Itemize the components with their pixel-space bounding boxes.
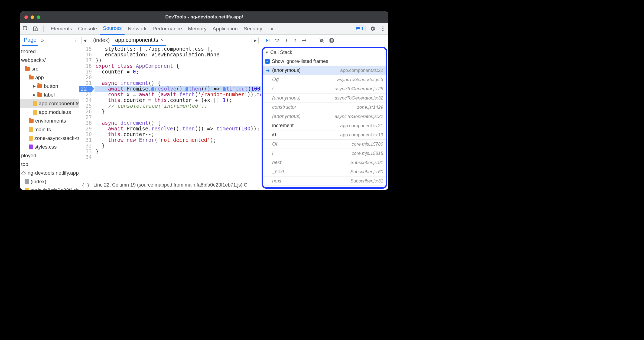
panel-tab-security[interactable]: Security <box>241 23 265 35</box>
step-over-icon[interactable] <box>274 38 280 43</box>
tree-item[interactable]: (index) <box>20 177 79 186</box>
frame-location: zone.js:1429 <box>357 105 383 110</box>
step-icon[interactable] <box>302 38 308 43</box>
disclosure-triangle-icon: ▶ <box>33 82 36 90</box>
svg-point-7 <box>76 40 76 41</box>
panel-tab-console[interactable]: Console <box>75 23 100 35</box>
tree-item[interactable]: main.ts <box>20 125 79 134</box>
tree-item[interactable]: thored <box>20 47 79 56</box>
navigator-kebab-icon[interactable] <box>75 38 77 43</box>
tree-item[interactable]: zone-async-stack-tag <box>20 134 79 143</box>
close-tab-icon[interactable]: × <box>160 37 163 43</box>
file-icon <box>33 101 37 106</box>
tree-item[interactable]: src <box>20 65 79 73</box>
svg-rect-15 <box>332 39 333 41</box>
tree-item[interactable]: top <box>20 160 79 169</box>
tree-item[interactable]: app <box>20 73 79 82</box>
editor-tab[interactable]: (index) <box>90 35 112 46</box>
frame-name: (anonymous) <box>272 68 337 73</box>
tree-item[interactable]: app.module.ts <box>20 108 79 117</box>
frame-name: next <box>272 160 348 165</box>
tree-item[interactable]: environments <box>20 117 79 125</box>
tree-item[interactable]: webpack:// <box>20 56 79 65</box>
deactivate-breakpoints-icon[interactable] <box>319 38 325 43</box>
step-out-icon[interactable] <box>293 38 297 43</box>
file-icon <box>29 127 33 132</box>
frame-name: (anonymous) <box>272 95 332 101</box>
navigator-tab-page[interactable]: Page <box>22 35 38 46</box>
tree-item-label: app.module.ts <box>39 108 71 116</box>
stack-frame[interactable]: incrementapp.component.ts:21 <box>263 121 386 130</box>
stack-frame[interactable]: constructorzone.js:1429 <box>263 103 386 112</box>
tree-item-label: zone-async-stack-tag <box>34 134 79 142</box>
panels-toolbar: ElementsConsoleSourcesNetworkPerformance… <box>20 23 388 35</box>
frame-location: Subscriber.js:31 <box>350 178 383 184</box>
pause-exceptions-icon[interactable] <box>329 38 334 43</box>
line-gutter[interactable]: 1516171819202122232425262728293031323334 <box>79 46 95 180</box>
device-toolbar-icon[interactable] <box>32 25 39 32</box>
tree-item[interactable]: main.fa8bfa0e23f1eb <box>20 186 79 190</box>
settings-gear-icon[interactable] <box>369 25 376 32</box>
frame-location: app.component.ts:22 <box>340 68 383 73</box>
disclosure-triangle-icon: ▼ <box>265 50 269 54</box>
tree-item[interactable]: ng-devtools.netlify.app <box>20 169 79 177</box>
panel-tab-sources[interactable]: Sources <box>100 23 125 35</box>
stack-frame[interactable]: nextSubscriber.js:91 <box>263 158 386 167</box>
stack-frame[interactable]: icore.mjs:15815 <box>263 149 386 158</box>
frame-name: next <box>272 178 348 184</box>
tree-item[interactable]: ▶label <box>20 91 79 99</box>
issues-badge[interactable]: 1 <box>354 25 366 32</box>
more-panels-icon[interactable]: » <box>269 25 275 32</box>
window-title: DevTools - ng-devtools.netlify.app/ <box>20 14 388 20</box>
stack-frame[interactable]: ➔(anonymous)app.component.ts:22 <box>263 66 386 75</box>
frame-name: (anonymous) <box>272 114 332 119</box>
panel-tab-elements[interactable]: Elements <box>48 23 75 35</box>
navigator-more-tabs-icon[interactable]: » <box>41 37 44 43</box>
folder-icon <box>37 93 42 97</box>
file-icon <box>25 179 29 184</box>
tree-item[interactable]: ployed <box>20 151 79 160</box>
tree-item-label: ng-devtools.netlify.app <box>28 169 79 177</box>
call-stack-frames: ➔(anonymous)app.component.ts:22QgasyncTo… <box>263 66 386 187</box>
step-into-icon[interactable] <box>284 38 289 43</box>
stack-frame[interactable]: nextSubscriber.js:31 <box>263 177 386 186</box>
frame-name: increment <box>272 123 337 129</box>
resume-script-icon[interactable] <box>265 38 270 43</box>
code-lines[interactable]: styleUrls: [ ./app.component.css ], enca… <box>95 46 261 180</box>
call-stack-header[interactable]: ▼ Call Stack <box>263 48 386 57</box>
svg-point-13 <box>302 40 303 41</box>
tree-item-label: app.component.ts <box>39 100 79 108</box>
stack-frame[interactable]: _nextSubscriber.js:60 <box>263 167 386 177</box>
file-tree[interactable]: thoredwebpack://srcapp▶button▶labelapp.c… <box>20 46 79 190</box>
panel-tab-network[interactable]: Network <box>125 23 149 35</box>
source-map-link[interactable]: main.fa8bfa0e23f1eb71.js <box>185 182 241 188</box>
stack-frame[interactable]: (anonymous)asyncToGenerator.js:21 <box>263 112 386 121</box>
history-back-button[interactable]: ◀ <box>81 37 88 44</box>
stack-frame[interactable]: Ofcore.mjs:15780 <box>263 140 386 149</box>
source-editor-pane: ◀ (index)app.component.ts× ▶ 15161718192… <box>79 35 261 190</box>
inspect-element-icon[interactable] <box>22 25 29 32</box>
frame-location: core.mjs:15780 <box>352 142 383 147</box>
code-area[interactable]: 1516171819202122232425262728293031323334… <box>79 46 261 180</box>
tree-item[interactable]: ▶button <box>20 82 79 91</box>
tree-item-label: environments <box>35 117 66 125</box>
show-ignored-frames-row[interactable]: ✓ Show ignore-listed frames <box>263 57 386 66</box>
kebab-menu-icon[interactable] <box>380 25 386 32</box>
panel-tab-performance[interactable]: Performance <box>150 23 185 35</box>
navigator-pane: Page » thoredwebpack://srcapp▶button▶lab… <box>20 35 79 190</box>
stack-frame[interactable]: QgasyncToGenerator.js:3 <box>263 75 386 84</box>
file-icon <box>29 136 33 141</box>
stack-frame[interactable]: (anonymous)asyncToGenerator.js:32 <box>263 94 386 103</box>
stack-frame[interactable]: i0app.component.ts:13 <box>263 130 386 140</box>
tree-item[interactable]: styles.css <box>20 143 79 151</box>
stack-frame[interactable]: sasyncToGenerator.js:25 <box>263 84 386 94</box>
tree-item[interactable]: app.component.ts <box>20 99 79 108</box>
editor-tab[interactable]: app.component.ts× <box>112 35 166 46</box>
pretty-print-icon[interactable]: { } <box>82 182 90 188</box>
run-snippet-button[interactable]: ▶ <box>252 37 259 44</box>
frame-name: i <box>272 150 349 156</box>
panel-tab-memory[interactable]: Memory <box>185 23 209 35</box>
devtools-window: DevTools - ng-devtools.netlify.app/ Elem… <box>20 11 388 190</box>
panel-tab-application[interactable]: Application <box>210 23 240 35</box>
checkbox-checked-icon[interactable]: ✓ <box>265 59 270 64</box>
